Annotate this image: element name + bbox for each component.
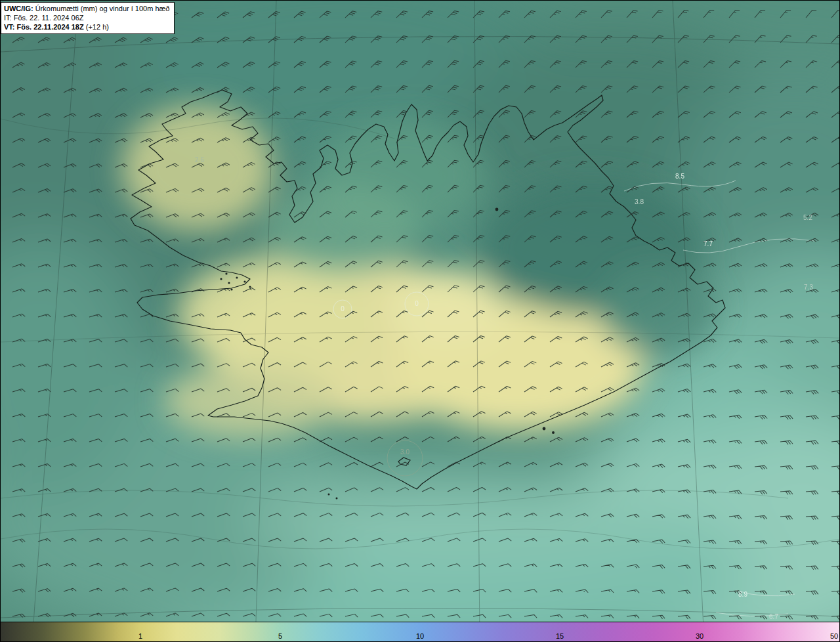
precipitation-colorbar: 1510153050 (1, 622, 839, 641)
init-time: IT: Fös. 22. 11. 2024 06Z (4, 13, 169, 22)
contour-label: 7.7 (704, 240, 713, 247)
colorbar-tick-label: 1 (138, 632, 142, 640)
weather-map-frame: 2.68.53.85.27.77.3003.08.96.7 UWC/IG: Úr… (0, 0, 840, 642)
colorbar-tick-label: 10 (416, 632, 424, 640)
valid-offset: (+12 h) (86, 23, 109, 31)
colorbar-tick-label: 30 (696, 632, 704, 640)
contour-label: 8.5 (675, 173, 684, 180)
contour-label: 3.8 (635, 198, 644, 205)
contour-label: 0 (415, 300, 419, 307)
map-title: UWC/IG: Úrkomumætti (mm) og vindur í 100… (4, 4, 169, 13)
contour-label: 7.3 (804, 284, 813, 291)
contour-label: 2.6 (195, 156, 204, 163)
colorbar-tick-label: 50 (830, 632, 838, 640)
map-canvas: 2.68.53.85.27.77.3003.08.96.7 (1, 1, 839, 641)
contour-label: 6.7 (769, 613, 778, 620)
contour-label: 5.2 (803, 214, 812, 221)
contour-label: 0 (341, 305, 345, 312)
colorbar-tick-label: 5 (278, 632, 282, 640)
contour-label: 3.0 (400, 448, 410, 456)
valid-time: VT: Fös. 22.11.2024 18Z (+12 h) (4, 22, 169, 32)
contour-label: 8.9 (738, 591, 747, 598)
colorbar-tick-label: 15 (556, 632, 564, 640)
map-info-box: UWC/IG: Úrkomumætti (mm) og vindur í 100… (1, 2, 175, 34)
model-name: UWC/IG: (4, 5, 33, 12)
